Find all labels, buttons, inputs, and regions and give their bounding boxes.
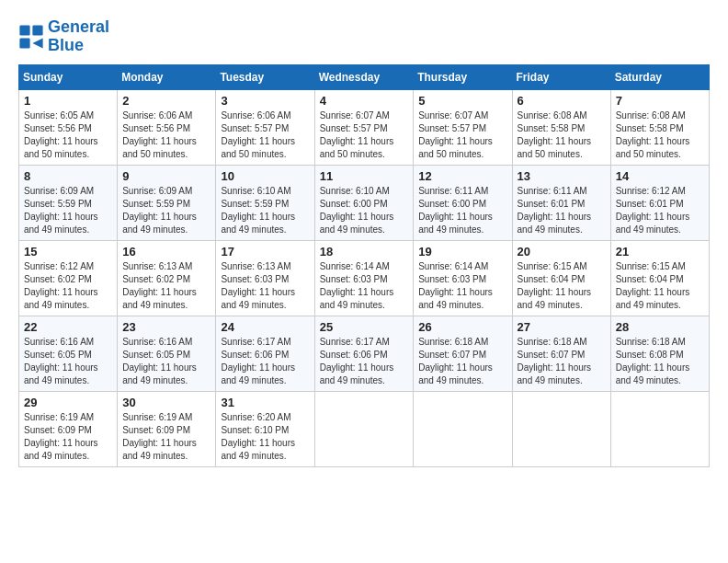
day-number: 24	[221, 320, 309, 334]
day-info: Sunrise: 6:13 AM Sunset: 6:02 PM Dayligh…	[122, 260, 210, 312]
calendar-cell: 13 Sunrise: 6:11 AM Sunset: 6:01 PM Dayl…	[512, 165, 610, 240]
calendar-cell: 19 Sunrise: 6:14 AM Sunset: 6:03 PM Dayl…	[414, 240, 512, 316]
calendar-cell: 17 Sunrise: 6:13 AM Sunset: 6:03 PM Dayl…	[216, 240, 314, 316]
page-header: General Blue	[18, 18, 710, 55]
calendar-cell: 28 Sunrise: 6:18 AM Sunset: 6:08 PM Dayl…	[610, 316, 709, 391]
day-number: 26	[418, 320, 506, 334]
day-info: Sunrise: 6:06 AM Sunset: 5:56 PM Dayligh…	[122, 109, 210, 161]
calendar-cell: 12 Sunrise: 6:11 AM Sunset: 6:00 PM Dayl…	[414, 165, 512, 240]
day-info: Sunrise: 6:07 AM Sunset: 5:57 PM Dayligh…	[320, 109, 409, 161]
day-info: Sunrise: 6:08 AM Sunset: 5:58 PM Dayligh…	[616, 109, 704, 161]
calendar-cell: 6 Sunrise: 6:08 AM Sunset: 5:58 PM Dayli…	[512, 89, 610, 165]
day-info: Sunrise: 6:18 AM Sunset: 6:07 PM Dayligh…	[418, 336, 506, 387]
day-number: 20	[518, 245, 606, 259]
calendar-cell	[414, 391, 512, 466]
day-number: 11	[320, 169, 409, 183]
day-number: 10	[221, 169, 309, 183]
calendar-cell: 15 Sunrise: 6:12 AM Sunset: 6:02 PM Dayl…	[19, 240, 118, 316]
day-number: 12	[418, 169, 506, 183]
calendar-cell: 5 Sunrise: 6:07 AM Sunset: 5:57 PM Dayli…	[414, 89, 512, 165]
calendar-day-header: Monday	[118, 64, 216, 89]
calendar-cell: 14 Sunrise: 6:12 AM Sunset: 6:01 PM Dayl…	[610, 165, 709, 240]
calendar-cell: 10 Sunrise: 6:10 AM Sunset: 5:59 PM Dayl…	[216, 165, 314, 240]
calendar-cell: 20 Sunrise: 6:15 AM Sunset: 6:04 PM Dayl…	[512, 240, 610, 316]
day-info: Sunrise: 6:13 AM Sunset: 6:03 PM Dayligh…	[221, 260, 309, 312]
calendar-cell: 24 Sunrise: 6:17 AM Sunset: 6:06 PM Dayl…	[216, 316, 314, 391]
day-info: Sunrise: 6:11 AM Sunset: 6:00 PM Dayligh…	[418, 185, 506, 236]
day-info: Sunrise: 6:18 AM Sunset: 6:08 PM Dayligh…	[616, 336, 704, 387]
calendar-week-row: 1 Sunrise: 6:05 AM Sunset: 5:56 PM Dayli…	[19, 89, 710, 165]
day-number: 2	[122, 94, 210, 108]
day-number: 7	[616, 94, 704, 108]
calendar-cell: 11 Sunrise: 6:10 AM Sunset: 6:00 PM Dayl…	[314, 165, 414, 240]
day-number: 28	[616, 320, 704, 334]
calendar-week-row: 22 Sunrise: 6:16 AM Sunset: 6:05 PM Dayl…	[19, 316, 710, 391]
svg-rect-2	[19, 38, 29, 48]
day-info: Sunrise: 6:09 AM Sunset: 5:59 PM Dayligh…	[122, 185, 210, 236]
calendar-cell	[512, 391, 610, 466]
calendar-header-row: SundayMondayTuesdayWednesdayThursdayFrid…	[19, 64, 710, 89]
day-number: 17	[221, 245, 309, 259]
calendar-cell: 4 Sunrise: 6:07 AM Sunset: 5:57 PM Dayli…	[314, 89, 414, 165]
day-info: Sunrise: 6:15 AM Sunset: 6:04 PM Dayligh…	[616, 260, 704, 312]
day-info: Sunrise: 6:11 AM Sunset: 6:01 PM Dayligh…	[518, 185, 606, 236]
day-number: 1	[24, 94, 112, 108]
calendar-table: SundayMondayTuesdayWednesdayThursdayFrid…	[18, 64, 710, 467]
calendar-cell: 18 Sunrise: 6:14 AM Sunset: 6:03 PM Dayl…	[314, 240, 414, 316]
calendar-week-row: 15 Sunrise: 6:12 AM Sunset: 6:02 PM Dayl…	[19, 240, 710, 316]
calendar-cell: 21 Sunrise: 6:15 AM Sunset: 6:04 PM Dayl…	[610, 240, 709, 316]
logo-text: General Blue	[48, 18, 109, 55]
day-number: 14	[616, 169, 704, 183]
logo: General Blue	[18, 18, 109, 55]
day-number: 21	[616, 245, 704, 259]
day-info: Sunrise: 6:20 AM Sunset: 6:10 PM Dayligh…	[221, 411, 309, 463]
day-number: 19	[418, 245, 506, 259]
calendar-week-row: 8 Sunrise: 6:09 AM Sunset: 5:59 PM Dayli…	[19, 165, 710, 240]
calendar-cell: 22 Sunrise: 6:16 AM Sunset: 6:05 PM Dayl…	[19, 316, 118, 391]
day-info: Sunrise: 6:19 AM Sunset: 6:09 PM Dayligh…	[122, 411, 210, 463]
day-number: 16	[122, 245, 210, 259]
calendar-cell	[314, 391, 414, 466]
calendar-day-header: Friday	[512, 64, 610, 89]
calendar-cell: 23 Sunrise: 6:16 AM Sunset: 6:05 PM Dayl…	[118, 316, 216, 391]
calendar-day-header: Sunday	[19, 64, 118, 89]
day-number: 3	[221, 94, 309, 108]
day-info: Sunrise: 6:18 AM Sunset: 6:07 PM Dayligh…	[518, 336, 606, 387]
logo-icon	[18, 24, 44, 50]
calendar-cell: 27 Sunrise: 6:18 AM Sunset: 6:07 PM Dayl…	[512, 316, 610, 391]
day-info: Sunrise: 6:06 AM Sunset: 5:57 PM Dayligh…	[221, 109, 309, 161]
day-info: Sunrise: 6:08 AM Sunset: 5:58 PM Dayligh…	[518, 109, 606, 161]
day-info: Sunrise: 6:17 AM Sunset: 6:06 PM Dayligh…	[221, 336, 309, 387]
calendar-cell: 2 Sunrise: 6:06 AM Sunset: 5:56 PM Dayli…	[118, 89, 216, 165]
calendar-body: 1 Sunrise: 6:05 AM Sunset: 5:56 PM Dayli…	[19, 89, 710, 466]
day-info: Sunrise: 6:09 AM Sunset: 5:59 PM Dayligh…	[24, 185, 112, 236]
calendar-cell: 7 Sunrise: 6:08 AM Sunset: 5:58 PM Dayli…	[610, 89, 709, 165]
day-number: 25	[320, 320, 409, 334]
day-number: 6	[518, 94, 606, 108]
calendar-day-header: Saturday	[610, 64, 709, 89]
day-info: Sunrise: 6:12 AM Sunset: 6:02 PM Dayligh…	[24, 260, 112, 312]
day-info: Sunrise: 6:10 AM Sunset: 6:00 PM Dayligh…	[320, 185, 409, 236]
calendar-cell: 31 Sunrise: 6:20 AM Sunset: 6:10 PM Dayl…	[216, 391, 314, 466]
svg-rect-1	[32, 25, 42, 35]
day-number: 18	[320, 245, 409, 259]
day-info: Sunrise: 6:14 AM Sunset: 6:03 PM Dayligh…	[418, 260, 506, 312]
day-info: Sunrise: 6:05 AM Sunset: 5:56 PM Dayligh…	[24, 109, 112, 161]
day-number: 29	[24, 396, 112, 409]
day-number: 30	[122, 396, 210, 409]
day-number: 23	[122, 320, 210, 334]
calendar-cell: 29 Sunrise: 6:19 AM Sunset: 6:09 PM Dayl…	[19, 391, 118, 466]
day-info: Sunrise: 6:10 AM Sunset: 5:59 PM Dayligh…	[221, 185, 309, 236]
calendar-cell: 3 Sunrise: 6:06 AM Sunset: 5:57 PM Dayli…	[216, 89, 314, 165]
svg-rect-0	[19, 25, 29, 35]
calendar-week-row: 29 Sunrise: 6:19 AM Sunset: 6:09 PM Dayl…	[19, 391, 710, 466]
day-info: Sunrise: 6:16 AM Sunset: 6:05 PM Dayligh…	[122, 336, 210, 387]
calendar-cell: 25 Sunrise: 6:17 AM Sunset: 6:06 PM Dayl…	[314, 316, 414, 391]
calendar-cell: 16 Sunrise: 6:13 AM Sunset: 6:02 PM Dayl…	[118, 240, 216, 316]
calendar-cell: 26 Sunrise: 6:18 AM Sunset: 6:07 PM Dayl…	[414, 316, 512, 391]
day-number: 5	[418, 94, 506, 108]
day-number: 27	[518, 320, 606, 334]
day-info: Sunrise: 6:14 AM Sunset: 6:03 PM Dayligh…	[320, 260, 409, 312]
day-number: 15	[24, 245, 112, 259]
svg-marker-3	[32, 38, 42, 48]
